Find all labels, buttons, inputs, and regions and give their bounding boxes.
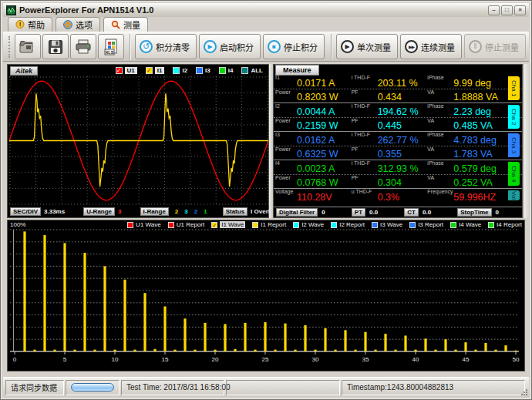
measure-cell: PF0.304 — [350, 175, 426, 188]
legend-checkbox[interactable] — [168, 222, 174, 228]
measure-cell: I30.0162 A — [274, 132, 350, 146]
legend-item-i1-report[interactable]: I1 Report — [252, 221, 286, 228]
measure-cell-label: PF — [352, 175, 359, 180]
svg-text:20: 20 — [212, 356, 219, 363]
toolbar-grip[interactable] — [8, 36, 12, 58]
measure-body: I10.0171 Ai THD-F203.11 %iPhase9.99 degP… — [274, 75, 522, 207]
minimize-button[interactable]: – — [488, 5, 500, 15]
empty-section — [226, 380, 340, 395]
single-measure-icon: ▶ — [341, 40, 354, 53]
measure-cell: Voltage110.28V — [274, 189, 350, 203]
legend-item-i3-wave[interactable]: I3 Wave — [372, 221, 402, 228]
stop-integral-button[interactable]: ■ 停止积分 — [263, 34, 325, 59]
tab-measure[interactable]: 测量 — [103, 17, 148, 32]
measure-cell-value: 312.93 % — [378, 163, 419, 174]
wave-channel-u1[interactable]: ✓U1 — [116, 67, 137, 74]
tab-options[interactable]: 选项 — [56, 17, 100, 32]
app-icon — [6, 5, 16, 15]
measure-cell-value: 0.2159 W — [297, 120, 338, 131]
reset-integral-icon: ↺ — [140, 40, 153, 53]
measure-cell-value: 0.0162 A — [297, 135, 335, 146]
legend-item-i3-report[interactable]: I3 Report — [409, 221, 443, 228]
measure-cell-label: I4 — [275, 160, 280, 166]
measure-block-cha-4: I40.0023 Ai THD-F312.93 %iPhase0.579 deg… — [274, 160, 522, 188]
measure-cell: Power0.2159 W — [274, 118, 350, 131]
irange-badge: I-Range — [140, 207, 169, 216]
wave-channel-checkbox-i4[interactable] — [219, 67, 226, 74]
continuous-measure-button[interactable]: ▶▶ 连续测量 — [400, 34, 462, 59]
resize-grip[interactable] — [520, 388, 528, 396]
legend-item-u1-wave[interactable]: U1 Wave — [127, 221, 161, 228]
channel-tab-cha-2[interactable]: Cha 2 — [508, 105, 520, 129]
xls-icon: XLS — [103, 39, 119, 55]
measure-cell-value: 194.62 % — [378, 106, 419, 117]
restore-button[interactable]: □ — [501, 5, 513, 15]
toolbar-separator-2 — [331, 34, 332, 60]
svg-text:!: ! — [19, 21, 22, 28]
single-measure-button[interactable]: ▶ 单次测量 — [336, 34, 398, 59]
wave-channel-i3[interactable]: I3 — [196, 67, 210, 74]
close-button[interactable]: × — [514, 5, 526, 15]
legend-checkbox[interactable] — [331, 222, 337, 228]
export-xls-button[interactable]: XLS — [98, 34, 124, 59]
legend-checkbox[interactable] — [450, 222, 456, 228]
open-file-button[interactable] — [15, 34, 41, 59]
reset-integral-button[interactable]: ↺ 积分清零 — [135, 34, 197, 59]
legend-item-i4-report[interactable]: I4 Report — [488, 221, 522, 228]
legend-checkbox[interactable]: ✓ — [211, 222, 217, 228]
measure-cell-value: 0.0044 A — [297, 106, 335, 117]
irange-values: 2321 — [169, 208, 207, 215]
channel-tab-vol[interactable]: Vol — [508, 190, 520, 200]
wave-channel-checkbox-u1[interactable]: ✓ — [116, 67, 123, 74]
wave-channel-checkbox-i1[interactable]: ✓ — [146, 67, 153, 74]
wave-channel-i2[interactable]: I2 — [173, 67, 187, 74]
measure-cell-label: VA — [427, 175, 434, 180]
measure-cell-value: 0.434 — [378, 92, 402, 103]
channel-tab-cha-3[interactable]: Cha 3 — [508, 133, 520, 157]
wave-channel-all[interactable]: ALL — [241, 67, 263, 74]
test-time: Test Time: 2017/8/31 16:58:00 — [121, 380, 224, 395]
measure-block-vol: Voltage110.28Vu THD-F0.3%Frequency59.996… — [274, 188, 522, 203]
measure-cell-label: Power — [275, 146, 291, 152]
wave-channel-checkbox-i2[interactable] — [173, 67, 180, 74]
channel-tab-cha-1[interactable]: Cha 1 — [508, 76, 520, 100]
save-file-button[interactable] — [42, 34, 69, 59]
measure-cell: iPhase9.99 deg — [426, 75, 502, 89]
window-title: PowerExplorer For APN1514 V1.0 — [19, 5, 153, 15]
legend-item-i2-report[interactable]: I2 Report — [331, 221, 365, 228]
measure-cell-label: Frequency — [427, 189, 453, 194]
save-floppy-icon — [48, 39, 63, 55]
legend-checkbox[interactable] — [488, 222, 494, 228]
legend-checkbox[interactable] — [372, 222, 378, 228]
harmonics-legend: U1 WaveU1 Report✓I1 WaveI1 ReportI2 Wave… — [127, 221, 522, 228]
wave-channel-i1[interactable]: ✓I1 — [146, 67, 165, 74]
wave-channel-checkbox-all[interactable] — [241, 67, 248, 74]
measure-cell: i THD-F312.93 % — [350, 160, 426, 174]
measure-cell-value: 0.6325 W — [297, 149, 338, 160]
legend-checkbox[interactable] — [293, 222, 299, 228]
wave-channel-checkbox-i3[interactable] — [196, 67, 203, 74]
start-integral-button[interactable]: ▶ 启动积分 — [199, 34, 261, 59]
legend-item-u1-report[interactable]: U1 Report — [168, 221, 204, 228]
reset-integral-label: 积分清零 — [156, 41, 190, 53]
stop-measure-button[interactable]: Ⅱ 停止测量 — [464, 34, 526, 59]
measure-cell-value: 0.304 — [378, 177, 402, 188]
measure-tab[interactable]: Measure — [275, 65, 319, 76]
harmonics-panel: 100% U1 WaveU1 Report✓I1 WaveI1 ReportI2… — [7, 220, 525, 371]
measure-cell-label: i THD-F — [352, 160, 370, 166]
measure-block-cha-3: I30.0162 Ai THD-F262.77 %iPhase4.783 deg… — [274, 131, 522, 160]
legend-item-i4-wave[interactable]: I4 Wave — [450, 221, 481, 228]
print-button[interactable] — [70, 34, 96, 59]
legend-item-i2-wave[interactable]: I2 Wave — [293, 221, 324, 228]
wave-channel-i4[interactable]: I4 — [219, 67, 234, 74]
measure-cell: I10.0171 A — [274, 75, 350, 89]
measure-cell-value: 0.355 — [378, 149, 402, 160]
legend-item-i1-wave[interactable]: ✓I1 Wave — [211, 221, 245, 228]
tab-help[interactable]: ! 帮助 — [8, 17, 52, 32]
measure-cell-value: 0.579 deg — [453, 163, 497, 174]
channel-tab-cha-4[interactable]: Cha 4 — [508, 162, 520, 186]
measure-cell-label: I2 — [275, 103, 280, 109]
legend-checkbox[interactable] — [409, 222, 416, 228]
legend-checkbox[interactable] — [127, 222, 133, 228]
legend-checkbox[interactable] — [252, 222, 258, 228]
